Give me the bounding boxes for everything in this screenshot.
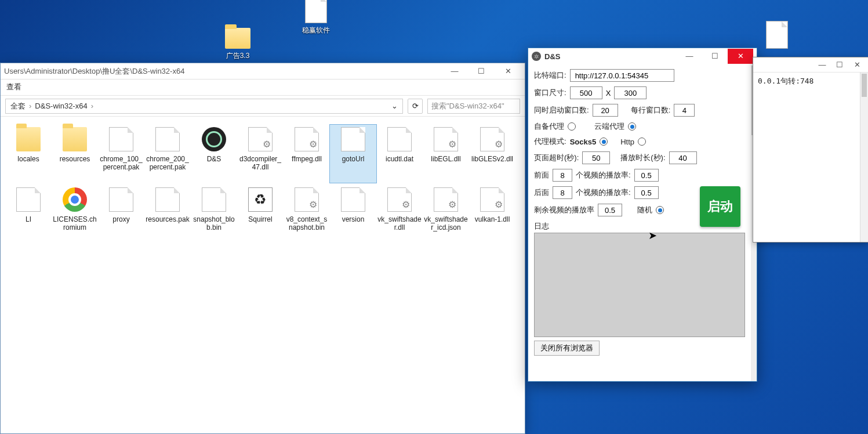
breadcrumb-item[interactable]: 全套 bbox=[10, 101, 26, 111]
notepad-content[interactable]: 0.0.1句转:748 bbox=[753, 73, 868, 90]
startcount-input[interactable] bbox=[593, 104, 618, 117]
desktop-icon-label: 稳赢软件 bbox=[293, 26, 339, 35]
notepad-window: — ☐ ✕ 0.0.1句转:748 bbox=[753, 57, 868, 243]
desktop-icon[interactable]: 稳赢软件 bbox=[293, 0, 339, 35]
file-name: v8_context_snapshot.bin bbox=[284, 215, 330, 232]
file-name: snapshot_blob.bin bbox=[191, 215, 237, 232]
explorer-menubar[interactable]: 查看 bbox=[1, 79, 525, 96]
maximize-button[interactable]: ☐ bbox=[831, 60, 848, 69]
file-item[interactable]: D&S bbox=[191, 125, 237, 183]
breadcrumb[interactable]: 全套 › D&S-win32-x64 › ⌄ bbox=[5, 99, 403, 114]
remain-rate-input[interactable] bbox=[598, 204, 622, 216]
scrollbar[interactable] bbox=[860, 73, 868, 242]
file-name: resources.pak bbox=[144, 215, 191, 223]
file-item[interactable]: icudtl.dat bbox=[376, 125, 423, 183]
file-name: libGLESv2.dll bbox=[469, 155, 515, 163]
desktop-icon[interactable] bbox=[754, 21, 800, 51]
file-item[interactable]: d3dcompiler_47.dll bbox=[237, 125, 284, 183]
file-item[interactable]: vulkan-1.dll bbox=[469, 185, 515, 243]
file-name: LI bbox=[5, 215, 52, 223]
file-icon bbox=[387, 127, 412, 151]
start-button[interactable]: 启动 bbox=[700, 186, 740, 227]
label-pagetimeout: 页面超时(秒): bbox=[534, 153, 579, 163]
file-item[interactable]: locales bbox=[5, 125, 52, 183]
front-n-input[interactable] bbox=[553, 169, 572, 182]
close-all-browsers-button[interactable]: 关闭所有浏览器 bbox=[534, 341, 600, 356]
folder-icon bbox=[225, 28, 250, 49]
refresh-button[interactable]: ⟳ bbox=[408, 99, 423, 114]
label-port: 比特端口: bbox=[534, 70, 566, 81]
file-item[interactable]: chrome_200_percent.pak bbox=[144, 125, 191, 183]
label-videorate2: 个视频的播放率: bbox=[576, 187, 631, 198]
chevron-down-icon[interactable]: ⌄ bbox=[391, 102, 398, 110]
selfproxy-radio[interactable] bbox=[568, 122, 576, 131]
label-socks5: Socks5 bbox=[570, 138, 597, 146]
file-icon bbox=[766, 21, 788, 49]
file-item[interactable]: gotoUrl bbox=[330, 125, 376, 183]
pagetimeout-input[interactable] bbox=[582, 151, 610, 164]
maximize-button[interactable]: ☐ bbox=[702, 49, 728, 64]
minimize-button[interactable]: — bbox=[677, 49, 702, 64]
file-item[interactable]: ♻Squirrel bbox=[237, 185, 284, 243]
close-button[interactable]: ✕ bbox=[495, 64, 521, 79]
file-item[interactable]: chrome_100_percent.pak bbox=[98, 125, 144, 183]
file-name: chrome_100_percent.pak bbox=[98, 155, 144, 172]
menu-view[interactable]: 查看 bbox=[6, 82, 21, 91]
file-item[interactable]: ffmpeg.dll bbox=[284, 125, 330, 183]
http-radio[interactable] bbox=[638, 138, 646, 146]
label-back: 后面 bbox=[534, 187, 549, 198]
file-item[interactable]: resources bbox=[52, 125, 98, 183]
breadcrumb-item[interactable]: D&S-win32-x64 bbox=[35, 102, 87, 110]
file-name: vk_swiftshader.dll bbox=[376, 215, 423, 232]
file-item[interactable]: v8_context_snapshot.bin bbox=[284, 185, 330, 243]
file-item[interactable]: resources.pak bbox=[144, 185, 191, 243]
file-name: gotoUrl bbox=[330, 155, 376, 163]
dll-file-icon bbox=[387, 187, 412, 212]
label-cloudproxy: 云端代理 bbox=[594, 121, 624, 132]
back-n-input[interactable] bbox=[553, 186, 572, 199]
file-item[interactable]: libGLESv2.dll bbox=[469, 125, 515, 183]
file-icon bbox=[202, 187, 226, 212]
explorer-navbar: 全套 › D&S-win32-x64 › ⌄ ⟳ 搜索"D&S-win32-x6… bbox=[1, 96, 525, 117]
file-grid: localesresourceschrome_100_percent.pakch… bbox=[1, 117, 525, 251]
ds-titlebar[interactable]: D&S — ☐ ✕ bbox=[528, 48, 757, 64]
file-item[interactable]: LI bbox=[5, 185, 52, 243]
desktop-icon-label: 广告3.3 bbox=[215, 51, 261, 61]
close-button[interactable]: ✕ bbox=[848, 60, 866, 69]
file-item[interactable]: version bbox=[330, 185, 376, 243]
socks5-radio[interactable] bbox=[600, 138, 608, 146]
maximize-button[interactable]: ☐ bbox=[468, 64, 495, 79]
explorer-titlebar[interactable]: Users\Administrator\Desktop\撸U全套\D&S-win… bbox=[1, 63, 525, 79]
notepad-titlebar[interactable]: — ☐ ✕ bbox=[753, 57, 868, 73]
label-selfproxy: 自备代理 bbox=[534, 121, 564, 132]
file-name: resources bbox=[52, 155, 98, 163]
port-input[interactable] bbox=[570, 69, 674, 82]
folder-icon bbox=[63, 127, 87, 151]
file-item[interactable]: proxy bbox=[98, 185, 144, 243]
search-input[interactable]: 搜索"D&S-win32-x64" bbox=[427, 99, 520, 114]
file-icon bbox=[155, 187, 180, 212]
file-item[interactable]: LICENSES.chromium bbox=[52, 185, 98, 243]
width-input[interactable] bbox=[570, 86, 602, 99]
label-http: Http bbox=[620, 138, 634, 146]
log-textarea[interactable] bbox=[534, 233, 745, 337]
file-item[interactable]: snapshot_blob.bin bbox=[191, 185, 237, 243]
file-icon bbox=[16, 187, 41, 212]
front-rate-input[interactable] bbox=[634, 169, 659, 182]
perrow-input[interactable] bbox=[674, 104, 695, 117]
file-item[interactable]: vk_swiftshader_icd.json bbox=[423, 185, 469, 243]
desktop-icon[interactable]: 广告3.3 bbox=[215, 24, 261, 61]
file-item[interactable]: vk_swiftshader.dll bbox=[376, 185, 423, 243]
chrome-icon bbox=[63, 187, 87, 212]
random-radio[interactable] bbox=[656, 206, 664, 214]
minimize-button[interactable]: — bbox=[441, 64, 468, 79]
height-input[interactable] bbox=[614, 86, 647, 99]
file-item[interactable]: libEGL.dll bbox=[423, 125, 469, 183]
close-button[interactable]: ✕ bbox=[728, 49, 753, 64]
back-rate-input[interactable] bbox=[634, 186, 659, 199]
scrollbar-thumb[interactable] bbox=[862, 74, 867, 97]
minimize-button[interactable]: — bbox=[813, 60, 831, 69]
cloudproxy-radio[interactable] bbox=[628, 122, 636, 131]
x-separator: X bbox=[606, 89, 611, 97]
playtime-input[interactable] bbox=[669, 151, 697, 164]
